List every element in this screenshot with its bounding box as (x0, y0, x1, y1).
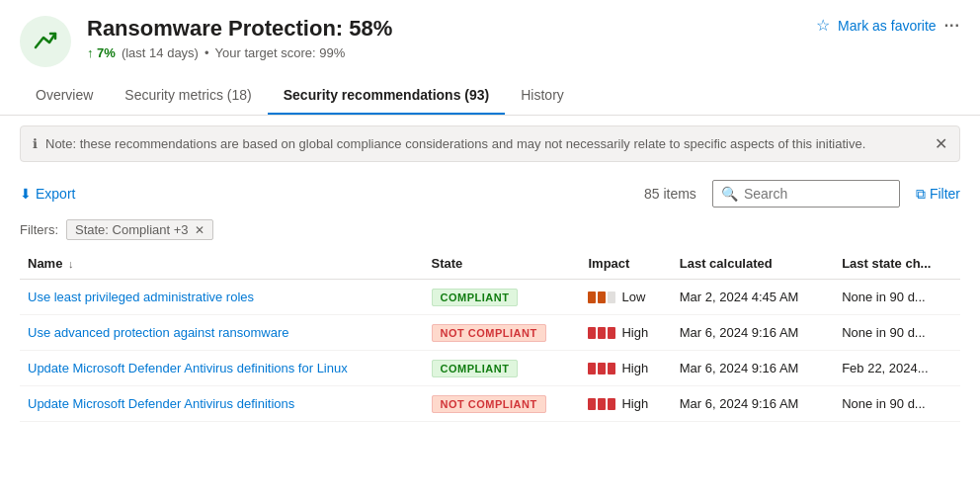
recommendations-table-container: Name ↓ State Impact Last calculated Last… (0, 248, 980, 499)
search-input[interactable] (744, 186, 891, 202)
impact-label: High (621, 361, 648, 375)
score-icon-circle (20, 16, 71, 67)
filters-label: Filters: (20, 222, 58, 237)
export-button[interactable]: ⬇ Export (20, 186, 75, 202)
info-icon: ℹ (33, 136, 38, 151)
col-state: State (424, 248, 581, 280)
col-last-calculated: Last calculated (672, 248, 834, 280)
table-header-row: Name ↓ State Impact Last calculated Last… (20, 248, 960, 280)
page-title: Ransomware Protection: 58% (87, 16, 800, 42)
tab-overview[interactable]: Overview (20, 77, 109, 115)
last-change-cell: None in 90 d... (834, 315, 960, 351)
table-row: Update Microsoft Defender Antivirus defi… (20, 386, 960, 422)
filter-icon: ⧉ (916, 186, 926, 203)
impact-cell: Low (588, 290, 663, 304)
toolbar: ⬇ Export 85 items 🔍 ⧉ Filter (0, 172, 980, 215)
info-banner: ℹ Note: these recommendations are based … (20, 125, 960, 162)
header-subtitle: ↑ 7% (last 14 days) • Your target score:… (87, 45, 800, 60)
impact-bars (588, 327, 615, 339)
table-row: Use least privileged administrative role… (20, 280, 960, 315)
filter-label: Filter (930, 186, 960, 202)
export-icon: ⬇ (20, 186, 32, 202)
search-box[interactable]: 🔍 (712, 180, 900, 208)
header-actions: ☆ Mark as favorite ··· (816, 16, 960, 35)
more-options-button[interactable]: ··· (944, 17, 960, 35)
sort-icon: ↓ (68, 258, 74, 270)
item-count: 85 items (644, 186, 696, 202)
state-badge: NOT COMPLIANT (432, 324, 546, 342)
impact-cell: High (588, 361, 663, 375)
state-badge: COMPLIANT (432, 289, 519, 306)
filter-button[interactable]: ⧉ Filter (916, 186, 960, 203)
recommendations-table: Name ↓ State Impact Last calculated Last… (20, 248, 960, 422)
tab-security-recommendations[interactable]: Security recommendations (93) (268, 77, 506, 115)
favorite-star-icon[interactable]: ☆ (816, 16, 830, 35)
score-bullet: • (204, 45, 209, 60)
mark-as-favorite-button[interactable]: Mark as favorite (838, 18, 937, 34)
impact-bars (588, 291, 615, 303)
target-score: Your target score: 99% (215, 45, 346, 60)
last-change-cell: None in 90 d... (834, 280, 960, 315)
last-change-cell: Feb 22, 2024... (834, 351, 960, 386)
page: Ransomware Protection: 58% ↑ 7% (last 14… (0, 0, 980, 499)
impact-cell: High (588, 325, 663, 340)
impact-label: High (621, 325, 648, 340)
score-change: ↑ 7% (87, 45, 116, 60)
header: Ransomware Protection: 58% ↑ 7% (last 14… (0, 0, 980, 67)
impact-label: High (621, 396, 648, 411)
impact-bars (588, 363, 615, 374)
state-badge: NOT COMPLIANT (432, 395, 546, 413)
col-name: Name ↓ (20, 248, 424, 280)
state-badge: COMPLIANT (432, 360, 519, 377)
tab-history[interactable]: History (505, 77, 580, 115)
last-calculated-cell: Mar 6, 2024 9:16 AM (672, 315, 834, 351)
last-calculated-cell: Mar 6, 2024 9:16 AM (672, 351, 834, 386)
filter-tag-state: State: Compliant +3 ✕ (66, 219, 213, 240)
last-calculated-cell: Mar 2, 2024 4:45 AM (672, 280, 834, 315)
export-label: Export (36, 186, 75, 202)
col-last-state-change: Last state ch... (834, 248, 960, 280)
last-change-cell: None in 90 d... (834, 386, 960, 422)
score-period: (last 14 days) (122, 45, 199, 60)
info-banner-text: Note: these recommendations are based on… (45, 136, 865, 151)
recommendation-name-link[interactable]: Use least privileged administrative role… (28, 290, 254, 304)
filter-tag-text: State: Compliant +3 (75, 222, 189, 237)
recommendation-name-link[interactable]: Update Microsoft Defender Antivirus defi… (28, 361, 348, 375)
info-banner-close-button[interactable]: ✕ (935, 134, 947, 153)
tab-security-metrics[interactable]: Security metrics (18) (109, 77, 267, 115)
last-calculated-cell: Mar 6, 2024 9:16 AM (672, 386, 834, 422)
impact-cell: High (588, 396, 663, 411)
table-row: Use advanced protection against ransomwa… (20, 315, 960, 351)
tabs-bar: Overview Security metrics (18) Security … (0, 77, 980, 116)
impact-bars (588, 398, 615, 410)
header-info: Ransomware Protection: 58% ↑ 7% (last 14… (87, 16, 800, 60)
search-icon: 🔍 (721, 186, 738, 202)
recommendation-name-link[interactable]: Update Microsoft Defender Antivirus defi… (28, 396, 294, 411)
col-impact: Impact (580, 248, 671, 280)
filter-tag-close-button[interactable]: ✕ (195, 223, 204, 237)
filters-row: Filters: State: Compliant +3 ✕ (0, 215, 980, 248)
table-row: Update Microsoft Defender Antivirus defi… (20, 351, 960, 386)
impact-label: Low (621, 290, 645, 304)
recommendation-name-link[interactable]: Use advanced protection against ransomwa… (28, 325, 288, 340)
trend-up-icon (32, 28, 59, 55)
